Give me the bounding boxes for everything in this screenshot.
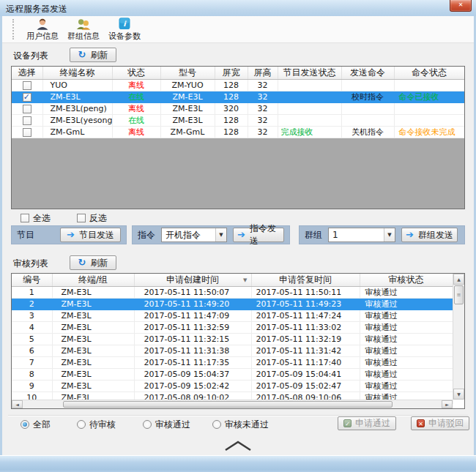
audit-table-header-row: 编号 终端/组 申请创建时间 ▼ 申请答复时间 审核状态 [12,274,453,287]
vertical-scrollbar-thumb[interactable]: ≡ [454,285,464,304]
audit-table-row[interactable]: 5 ZM-E3L 2017-05-11 11:32:15 2017-05-11 … [12,334,453,345]
cell-model: ZM-GmL [160,127,215,138]
device-table-row[interactable]: ZM-E3L(yesong) 在线 ZM-E3L 128 32 [12,115,464,127]
audit-table-row[interactable]: 2 ZM-E3L 2017-05-11 11:49:20 2017-05-11 … [12,299,453,310]
cell-screen-height: 32 [248,103,278,115]
col-select[interactable]: 选择 [12,67,42,80]
col-audit-status[interactable]: 审核状态 [360,274,453,287]
audit-table-row[interactable]: 4 ZM-E3L 2017-05-11 11:32:59 2017-05-11 … [12,322,453,334]
row-checkbox[interactable] [23,116,31,125]
invert-select-checkbox[interactable]: 反选 [77,213,107,223]
col-program-send-status[interactable]: 节目发送状态 [278,67,341,80]
horizontal-scrollbar[interactable]: ◄ ► [12,400,453,408]
horizontal-scrollbar-thumb[interactable] [63,401,393,408]
toolbar-button-device-params[interactable]: i 设备参数 [104,18,145,42]
audit-table-row[interactable]: 9 ZM-E3L 2017-05-09 15:02:42 2017-05-09 … [12,381,453,392]
col-reply-time[interactable]: 申请答复时间 [251,274,360,287]
vertical-scrollbar[interactable]: ▲ ≡ ▼ [453,274,464,400]
col-terminal-name[interactable]: 终端名称 [42,67,112,80]
cell-program-status [278,115,341,127]
checkbox-icon[interactable] [77,214,86,222]
chevron-down-icon: ▼ [215,228,226,241]
check-icon: ✓ [343,419,352,427]
audit-table-row[interactable]: 3 ZM-E3L 2017-05-11 11:47:09 2017-05-11 … [12,310,453,322]
group-send-bar: 群组 1 ▼ ➔ 群组发送 [299,225,465,244]
select-all-checkbox[interactable]: 全选 [21,213,51,223]
radio-icon[interactable] [21,420,29,429]
audit-refresh-button[interactable]: ↻ 刷新 [70,255,116,270]
cell-id: 4 [12,322,52,334]
info-icon: i [117,18,132,30]
group-dropdown[interactable]: 1 ▼ [328,228,395,242]
device-table-row[interactable]: ZM-GmL 离线 ZM-GmL 128 32 完成接收 关机指令 命令接收未完… [12,127,464,138]
col-status[interactable]: 状态 [112,67,160,80]
command-send-button[interactable]: ➔ 指令发送 [233,228,284,242]
collapse-chevron-icon[interactable] [222,439,254,452]
cell-created-time: 2017-05-09 15:02:42 [134,381,251,392]
cell-reply-time: 2017-05-11 11:32:19 [251,334,360,345]
col-model[interactable]: 型号 [160,67,215,80]
audit-table-row[interactable]: 6 ZM-E3L 2017-05-11 11:31:38 2017-05-11 … [12,345,453,357]
audit-table-row[interactable]: 8 ZM-E3L 2017-05-09 15:04:37 2017-05-09 … [12,369,453,381]
cell-audit-status: 审核通过 [360,310,453,322]
cell-terminal: ZM-E3L [52,345,134,357]
col-id[interactable]: 编号 [12,274,52,287]
scroll-down-icon[interactable]: ▼ [453,389,464,400]
cell-command [341,115,394,127]
divider [8,415,468,416]
filter-radio-rejected[interactable]: 审核未通过 [212,419,269,430]
filter-radio-pending[interactable]: 待审核 [77,419,116,430]
audit-table: 编号 终端/组 申请创建时间 ▼ 申请答复时间 审核状态 1 ZM-E3L 20… [11,273,465,409]
cell-created-time: 2017-05-11 11:32:15 [134,334,251,345]
device-refresh-button[interactable]: ↻ 刷新 [70,48,116,62]
row-checkbox[interactable] [23,93,31,102]
radio-icon[interactable] [212,420,221,429]
cell-command-status [394,115,464,127]
col-screen-height[interactable]: 屏高 [248,67,278,80]
command-dropdown[interactable]: 开机指令 ▼ [161,228,227,242]
cell-audit-status: 审核通过 [360,322,453,334]
device-table-row[interactable]: YUO 离线 ZM-YUO 128 32 [12,80,464,91]
col-send-command[interactable]: 发送命令 [341,67,394,80]
toolbar-button-group-info[interactable]: 群组信息 [63,18,104,42]
col-created-time[interactable]: 申请创建时间 ▼ [134,274,251,287]
filter-radio-all[interactable]: 全部 [21,419,51,430]
toolbar-label: 设备参数 [108,31,141,42]
cell-screen-height: 32 [248,91,278,103]
cell-id: 9 [12,381,52,392]
audit-table-row[interactable]: 1 ZM-E3L 2017-05-11 11:50:07 2017-05-11 … [12,287,453,299]
radio-icon[interactable] [143,420,152,429]
toolbar-label: 用户信息 [26,31,59,42]
filter-radio-approved[interactable]: 审核通过 [143,419,190,430]
cell-screen-width: 128 [215,127,248,138]
device-table-row[interactable]: ZM-E3L 在线 ZM-E3L 128 32 校时指令 命令已接收 [12,91,464,103]
radio-icon[interactable] [77,420,86,429]
col-screen-width[interactable]: 屏宽 [215,67,248,80]
program-send-button[interactable]: ➔ 节目发送 [60,228,121,242]
sort-arrow-icon[interactable]: ▼ [243,277,247,283]
row-checkbox[interactable] [23,128,31,137]
scroll-up-icon[interactable]: ▲ [453,274,464,285]
col-command-status[interactable]: 命令状态 [394,67,464,80]
close-button[interactable]: ✕ [450,0,472,12]
checkbox-icon[interactable] [21,214,29,222]
row-checkbox[interactable] [23,81,31,90]
group-send-button[interactable]: ➔ 群组发送 [401,228,458,242]
refresh-icon: ↻ [78,258,86,267]
cell-created-time: 2017-05-11 11:32:59 [134,322,251,334]
cell-status: 离线 [112,80,160,91]
title-bar[interactable]: 远程服务器发送 ✕ [0,0,476,16]
window-bottom-frame [0,455,476,472]
toolbar-button-user-info[interactable]: 用户信息 [22,18,63,42]
dialog-content: 用户信息 群组信息 i 设备参数 设备列表 [2,16,474,455]
cell-status: 离线 [112,127,160,138]
approve-request-button[interactable]: ✓ 申请通过 [338,416,396,430]
col-terminal-group[interactable]: 终端/组 [52,274,134,287]
reject-request-button[interactable]: ✕ 申请驳回 [411,416,469,430]
audit-table-row[interactable]: 7 ZM-E3L 2017-05-11 11:17:35 2017-05-11 … [12,357,453,369]
row-checkbox[interactable] [23,105,31,113]
scroll-left-icon[interactable]: ◄ [12,400,23,408]
device-table-row[interactable]: ZM-E3L(peng) 离线 ZM-E3L 320 32 [12,103,464,115]
scroll-right-icon[interactable]: ► [442,400,453,408]
cell-command-status: 命令接收未完成 [394,127,464,138]
